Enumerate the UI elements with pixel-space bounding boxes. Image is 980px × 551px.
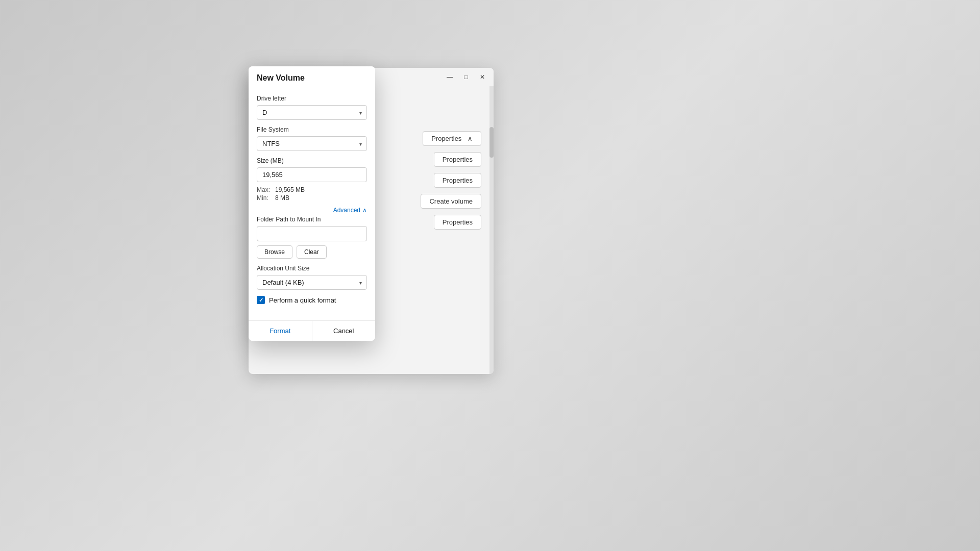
folder-path-label: Folder Path to Mount In bbox=[257, 216, 367, 223]
clear-button[interactable]: Clear bbox=[297, 245, 327, 259]
browse-clear-row: Browse Clear bbox=[257, 245, 367, 259]
max-value: 19,565 MB bbox=[275, 186, 305, 193]
properties-button-1[interactable]: Properties ∧ bbox=[423, 131, 481, 146]
dialog-body: Drive letter D E F G ▾ File System NTFS … bbox=[249, 87, 375, 320]
properties-button-5[interactable]: Properties bbox=[434, 215, 481, 230]
allocation-label: Allocation Unit Size bbox=[257, 265, 367, 272]
scrollbar[interactable] bbox=[489, 86, 494, 374]
file-system-label: File System bbox=[257, 126, 367, 133]
drive-letter-wrapper: D E F G ▾ bbox=[257, 105, 367, 120]
dialog-titlebar: New Volume bbox=[249, 66, 375, 87]
max-size-row: Max: 19,565 MB bbox=[257, 186, 367, 193]
size-input[interactable] bbox=[257, 167, 367, 182]
browse-button[interactable]: Browse bbox=[257, 245, 292, 259]
size-label: Size (MB) bbox=[257, 157, 367, 164]
folder-path-input[interactable] bbox=[257, 226, 367, 241]
advanced-toggle[interactable]: Advanced ∧ bbox=[257, 207, 367, 214]
file-system-select[interactable]: NTFS FAT32 exFAT bbox=[257, 136, 367, 151]
advanced-chevron-icon: ∧ bbox=[362, 207, 367, 214]
scrollbar-thumb[interactable] bbox=[489, 127, 494, 158]
allocation-wrapper: Default (4 KB) 512 1024 2048 4096 ▾ bbox=[257, 275, 367, 290]
min-value: 8 MB bbox=[275, 194, 289, 202]
quick-format-checkbox[interactable] bbox=[257, 296, 265, 304]
minimize-button[interactable]: — bbox=[443, 70, 457, 84]
file-system-wrapper: NTFS FAT32 exFAT ▾ bbox=[257, 136, 367, 151]
dialog-overlay: New Volume Drive letter D E F G ▾ File S… bbox=[249, 66, 375, 347]
restore-button[interactable]: □ bbox=[459, 70, 473, 84]
new-volume-dialog: New Volume Drive letter D E F G ▾ File S… bbox=[249, 66, 375, 341]
advanced-label: Advanced bbox=[333, 207, 360, 214]
quick-format-label: Perform a quick format bbox=[269, 296, 336, 304]
format-button[interactable]: Format bbox=[249, 321, 312, 341]
allocation-select[interactable]: Default (4 KB) 512 1024 2048 4096 bbox=[257, 275, 367, 290]
cancel-button[interactable]: Cancel bbox=[312, 321, 376, 341]
min-label: Min: bbox=[257, 194, 271, 202]
chevron-icon: ∧ bbox=[468, 135, 473, 142]
create-volume-button[interactable]: Create volume bbox=[421, 194, 481, 209]
dialog-title: New Volume bbox=[257, 73, 367, 83]
properties-button-3[interactable]: Properties bbox=[434, 173, 481, 188]
drive-letter-select[interactable]: D E F G bbox=[257, 105, 367, 120]
dialog-footer: Format Cancel bbox=[249, 320, 375, 341]
size-info: Max: 19,565 MB Min: 8 MB bbox=[257, 186, 367, 202]
drive-letter-label: Drive letter bbox=[257, 95, 367, 102]
close-button[interactable]: ✕ bbox=[475, 70, 489, 84]
min-size-row: Min: 8 MB bbox=[257, 194, 367, 202]
quick-format-row[interactable]: Perform a quick format bbox=[257, 296, 367, 304]
max-label: Max: bbox=[257, 186, 271, 193]
properties-button-2[interactable]: Properties bbox=[434, 152, 481, 167]
